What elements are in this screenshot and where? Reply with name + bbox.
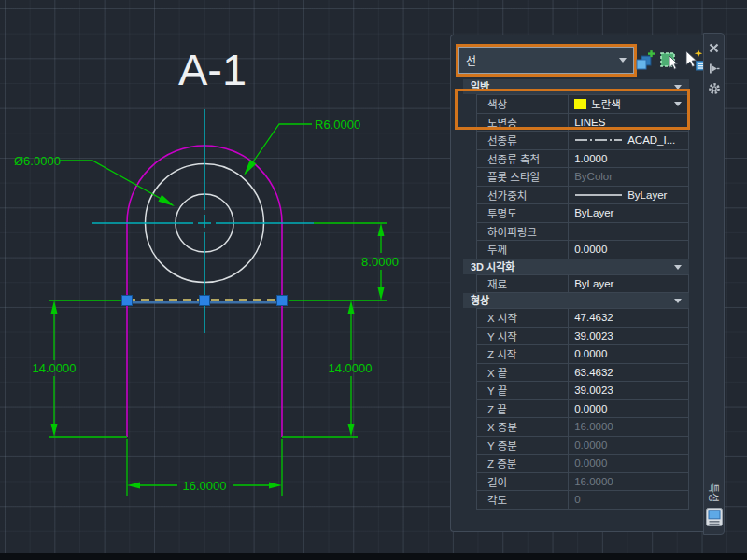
grip-handle-mid[interactable] bbox=[200, 296, 210, 306]
property-label: 색상 bbox=[477, 95, 569, 113]
property-value[interactable]: ByLayer bbox=[569, 275, 688, 293]
property-value-text: ByColor bbox=[574, 171, 613, 182]
property-row: 도면층LINES bbox=[476, 114, 689, 133]
dim-radius-leader[interactable]: R6.0000 bbox=[244, 118, 360, 175]
dim-left-label: 14.0000 bbox=[33, 361, 77, 375]
property-value[interactable]: LINES bbox=[569, 114, 688, 132]
close-icon[interactable] bbox=[707, 41, 721, 55]
property-value-text: 0.0000 bbox=[574, 244, 607, 255]
property-row: 길이16.0000 bbox=[476, 473, 689, 492]
color-swatch bbox=[574, 99, 586, 109]
property-value-text: ByLayer bbox=[574, 207, 613, 218]
property-value-text: 47.4632 bbox=[574, 312, 613, 323]
property-row: Y 증분0.0000 bbox=[476, 437, 689, 455]
grip-handle-start[interactable] bbox=[122, 296, 133, 306]
property-value-text: 0.0000 bbox=[574, 348, 607, 359]
palette-title-vertical: 특성 bbox=[707, 483, 722, 502]
property-value[interactable]: 0.0000 bbox=[569, 241, 688, 259]
palette-titlebar[interactable]: 특성 bbox=[703, 33, 725, 535]
property-label: X 증분 bbox=[477, 418, 569, 436]
drawing-title: A-1 bbox=[178, 45, 247, 94]
property-value[interactable]: ByLayer bbox=[569, 187, 688, 204]
property-value[interactable]: 47.4632 bbox=[569, 309, 688, 327]
section-header[interactable]: 3D 시각화 bbox=[463, 259, 689, 274]
property-value: 0 bbox=[569, 491, 688, 509]
property-row: Z 증분0.0000 bbox=[476, 455, 689, 473]
property-row: 플롯 스타일ByColor bbox=[476, 168, 689, 187]
property-row: 색상노란색 bbox=[476, 95, 689, 114]
property-row: X 증분16.0000 bbox=[476, 418, 689, 437]
property-value[interactable]: ACAD_I... bbox=[569, 132, 688, 149]
dim-diameter-label: Ø6.0000 bbox=[14, 154, 61, 168]
property-label: 두께 bbox=[477, 241, 569, 259]
property-row: Z 시작0.0000 bbox=[476, 345, 689, 364]
property-row: Z 끝0.0000 bbox=[476, 400, 689, 419]
property-value: 0.0000 bbox=[569, 437, 688, 455]
property-label: Y 끝 bbox=[477, 382, 569, 399]
auto-hide-pin-icon[interactable] bbox=[707, 62, 721, 76]
object-type-dropdown[interactable]: 선 bbox=[458, 47, 634, 74]
property-value: 0.0000 bbox=[569, 455, 688, 472]
display-icon[interactable] bbox=[706, 508, 723, 530]
property-value[interactable]: 0.0000 bbox=[569, 345, 688, 363]
property-value-text: 39.0023 bbox=[574, 330, 613, 342]
dim-right-label: 14.0000 bbox=[329, 361, 373, 375]
property-label: Y 증분 bbox=[477, 437, 569, 455]
property-value[interactable]: 1.0000 bbox=[569, 150, 688, 168]
dim-height-8[interactable]: 8.0000 bbox=[289, 223, 399, 301]
property-value-text: 63.4632 bbox=[574, 367, 613, 378]
chevron-down-icon bbox=[619, 58, 627, 63]
collapse-arrow-icon[interactable] bbox=[674, 299, 682, 303]
property-value: 16.0000 bbox=[569, 473, 688, 491]
highlight-box-selector: 선 bbox=[456, 44, 637, 77]
settings-gear-icon[interactable] bbox=[707, 81, 721, 95]
collapse-arrow-icon[interactable] bbox=[674, 265, 682, 270]
property-value-text: LINES bbox=[574, 117, 605, 128]
property-value-text: 39.0023 bbox=[574, 385, 613, 396]
pickadd-toggle-icon[interactable] bbox=[635, 49, 655, 72]
grip-handle-end[interactable] bbox=[277, 296, 288, 306]
property-value[interactable]: 63.4632 bbox=[569, 364, 688, 382]
property-value[interactable]: 39.0023 bbox=[569, 382, 688, 399]
property-label: 선종류 bbox=[477, 132, 569, 149]
object-type-value: 선 bbox=[466, 52, 476, 68]
property-label: Z 시작 bbox=[477, 345, 569, 363]
property-label: Z 증분 bbox=[477, 455, 569, 472]
property-value-text: ACAD_I... bbox=[627, 134, 675, 146]
palette-toolbar bbox=[635, 49, 702, 73]
property-label: 선가중치 bbox=[477, 187, 569, 204]
section-header[interactable]: 일반 bbox=[463, 79, 689, 94]
property-value: 16.0000 bbox=[569, 418, 688, 436]
property-row: 선종류 축척1.0000 bbox=[476, 150, 689, 169]
property-label: 선종류 축척 bbox=[477, 150, 569, 168]
property-value-text: 1.0000 bbox=[574, 153, 607, 164]
quick-select-icon[interactable] bbox=[684, 49, 704, 72]
dim-right-14[interactable]: 14.0000 bbox=[282, 301, 373, 437]
dim-width-16[interactable]: 16.0000 bbox=[127, 439, 282, 496]
linetype-preview-icon bbox=[574, 191, 623, 199]
property-grid: 일반색상노란색도면층LINES선종류ACAD_I...선종류 축척1.0000플… bbox=[463, 79, 689, 510]
property-value[interactable]: 39.0023 bbox=[569, 328, 688, 345]
property-value-text: 0.0000 bbox=[574, 403, 607, 414]
collapse-arrow-icon[interactable] bbox=[674, 85, 682, 90]
property-value[interactable]: 노란색 bbox=[569, 95, 688, 113]
select-objects-icon[interactable] bbox=[659, 49, 680, 72]
property-label: X 끝 bbox=[477, 364, 569, 382]
property-value-text: ByLayer bbox=[627, 189, 667, 201]
property-row: Y 시작39.0023 bbox=[476, 328, 689, 346]
properties-palette: 선 bbox=[450, 35, 703, 532]
property-row: 하이퍼링크 bbox=[476, 223, 689, 242]
property-label: 길이 bbox=[477, 473, 569, 491]
property-value[interactable] bbox=[569, 223, 688, 241]
dim-left-14[interactable]: 14.0000 bbox=[33, 301, 128, 437]
property-row: 각도0 bbox=[476, 491, 689, 510]
chevron-down-icon[interactable] bbox=[674, 102, 682, 106]
property-row: 선종류ACAD_I... bbox=[476, 132, 689, 150]
section-rows: 재료ByLayer bbox=[476, 274, 689, 294]
property-value[interactable]: ByLayer bbox=[569, 204, 688, 222]
property-value[interactable]: 0.0000 bbox=[569, 400, 688, 418]
property-label: 도면층 bbox=[477, 114, 569, 132]
property-row: X 시작47.4632 bbox=[476, 309, 689, 328]
section-header[interactable]: 형상 bbox=[463, 293, 689, 308]
property-value-text: 노란색 bbox=[591, 96, 621, 111]
